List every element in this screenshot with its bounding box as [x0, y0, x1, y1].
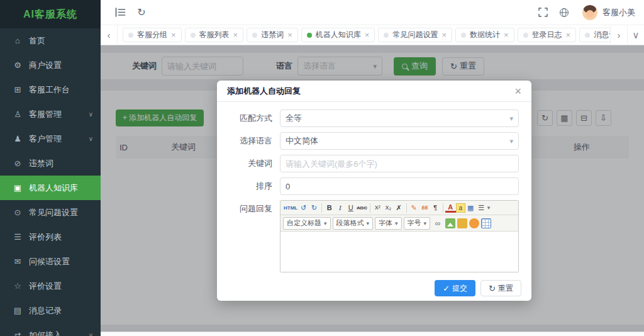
sidebar-item-label: 违禁词	[29, 158, 53, 169]
modal-reset-button[interactable]: ↻ 重置	[480, 280, 521, 296]
tab-close-icon[interactable]: ×	[441, 31, 447, 39]
sidebar-item-faq-settings[interactable]: ⊙ 常见问题设置	[0, 200, 101, 225]
sidebar-item-review-settings[interactable]: ☆ 评价设置	[0, 274, 101, 298]
submit-button[interactable]: ✓ 提交	[435, 280, 475, 296]
fullscreen-button[interactable]	[532, 0, 553, 25]
tab-item[interactable]: 客服列表 ×	[185, 28, 244, 42]
sidebar-item-service-manage[interactable]: ♙ 客服管理 ∨	[0, 102, 101, 126]
superscript-icon[interactable]: X²	[372, 202, 383, 213]
sidebar-item-how-to-connect[interactable]: ⇄ 如何接入 ∨	[0, 323, 101, 336]
tab-item[interactable]: 常见问题设置 ×	[378, 28, 452, 42]
insert-media-icon[interactable]	[457, 218, 467, 228]
undo-icon[interactable]: ↺	[298, 202, 309, 213]
tab-close-icon[interactable]: ×	[171, 31, 176, 39]
tab-close-icon[interactable]: ×	[287, 31, 292, 39]
tabs-menu-button[interactable]: ∨	[627, 25, 644, 45]
tabs-scroll-right-button[interactable]: ›	[610, 25, 627, 45]
underline-icon[interactable]: U	[345, 202, 356, 213]
match-mode-select[interactable]: 全等 ▾	[280, 109, 519, 127]
font-color-icon[interactable]: A	[445, 203, 456, 213]
tab-item[interactable]: 登录日志 ×	[518, 28, 577, 42]
format-brush-icon[interactable]: ✎	[409, 202, 419, 213]
sidebar-item-home[interactable]: ⌂ 首页	[0, 28, 101, 53]
insert-image-icon[interactable]	[445, 218, 455, 228]
modal-body: 匹配方式 全等 ▾ 选择语言 中文简体	[217, 102, 531, 276]
blockquote-icon[interactable]: 66	[419, 202, 430, 213]
sidebar-item-label: 消息记录	[29, 305, 62, 316]
tab-item[interactable]: 数据统计 ×	[455, 28, 514, 42]
list-style-icon[interactable]: ☰	[476, 202, 487, 213]
paragraph-icon[interactable]: ¶	[430, 202, 441, 213]
sort-field-input[interactable]	[280, 177, 519, 195]
tab-label: 登录日志	[532, 30, 562, 40]
sidebar-item-label: 客服工作台	[29, 84, 70, 96]
horizontal-scrollbar[interactable]	[101, 332, 644, 336]
paragraph-format-select[interactable]: 段落格式 ▾	[333, 217, 374, 230]
paragraph-format-label: 段落格式	[336, 218, 364, 228]
modal-title: 添加机器人自动回复	[227, 86, 301, 97]
strikethrough-icon[interactable]: ABC	[356, 202, 367, 213]
sidebar-item-review-list[interactable]: ☰ 评价列表	[0, 225, 101, 249]
home-icon: ⌂	[13, 36, 23, 45]
italic-icon[interactable]: I	[335, 202, 345, 213]
tab-item[interactable]: 违禁词 ×	[247, 28, 298, 42]
sidebar-item-label: 商户设置	[29, 60, 62, 71]
keyword-row: 关键词	[230, 155, 519, 172]
font-size-label: 字号	[408, 218, 421, 228]
remove-format-icon[interactable]: ✗	[394, 202, 404, 213]
toolbar-divider	[443, 203, 443, 213]
tab-item-active[interactable]: 机器人知识库 ×	[301, 28, 375, 42]
font-size-select[interactable]: 字号 ▾	[404, 217, 431, 230]
language-select-value: 中文简体	[286, 135, 318, 147]
person-icon: ♙	[13, 109, 23, 119]
sidebar-item-greeting-settings[interactable]: ✉ 问候语设置	[0, 249, 101, 274]
tab-close-icon[interactable]: ×	[365, 31, 370, 39]
editor-content-area[interactable]	[280, 232, 518, 272]
sidebar-item-label: 客服管理	[29, 109, 62, 120]
subscript-icon[interactable]: X₂	[383, 202, 394, 213]
sidebar-item-customer-manage[interactable]: ♟ 客户管理 ∨	[0, 126, 101, 151]
sidebar-item-banned-words[interactable]: ⊘ 违禁词	[0, 151, 101, 176]
font-family-select[interactable]: 字体 ▾	[375, 217, 402, 230]
add-robot-reply-modal: 添加机器人自动回复 × 匹配方式 全等 ▾ 选择语	[217, 81, 531, 301]
sidebar-item-service-workbench[interactable]: ⊞ 客服工作台	[0, 77, 101, 102]
sidebar-item-label: 首页	[29, 35, 45, 47]
editor-toolbar-row2: 自定义标题 ▾ 段落格式 ▾ 字体 ▾	[280, 215, 518, 232]
insert-table-icon[interactable]	[481, 218, 491, 228]
tab-close-icon[interactable]: ×	[504, 31, 509, 39]
source-code-icon[interactable]: HTML	[283, 202, 298, 213]
sidebar-item-message-log[interactable]: ▤ 消息记录	[0, 298, 101, 323]
emoji-icon[interactable]	[469, 218, 479, 228]
globe-icon	[559, 8, 569, 18]
user-menu[interactable]: 客服小美	[582, 5, 635, 20]
tab-dot-icon	[461, 33, 466, 38]
redo-icon[interactable]: ↻	[309, 202, 319, 213]
main-area: ↻ 客服小美 ‹ 客服分组 ×	[101, 0, 644, 336]
insert-grid-icon[interactable]: ▦	[465, 202, 476, 213]
sidebar-item-robot-knowledge-base[interactable]: ▣ 机器人知识库	[0, 176, 101, 200]
chevron-right-icon: ›	[618, 30, 621, 40]
custom-title-select[interactable]: 自定义标题 ▾	[283, 217, 331, 230]
collapse-sidebar-button[interactable]	[109, 0, 131, 25]
modal-header: 添加机器人自动回复 ×	[217, 81, 531, 102]
refresh-page-button[interactable]: ↻	[131, 0, 152, 25]
fullscreen-icon	[538, 8, 548, 17]
tab-close-icon[interactable]: ×	[233, 31, 238, 39]
chevron-down-icon: ▾	[324, 220, 327, 227]
bold-icon[interactable]: B	[324, 202, 335, 213]
keyword-field-input[interactable]	[280, 155, 519, 172]
sidebar-item-merchant-settings[interactable]: ⚙ 商户设置	[0, 53, 101, 77]
tab-label: 常见问题设置	[392, 30, 438, 40]
link-icon[interactable]: ∞	[432, 218, 443, 228]
language-switch-button[interactable]	[553, 0, 575, 25]
highlight-color-icon[interactable]: a	[456, 203, 465, 213]
tab-item[interactable]: 消息记录 ×	[579, 28, 610, 42]
language-select[interactable]: 中文简体 ▾	[280, 132, 519, 150]
tab-item[interactable]: 客服分组 ×	[123, 28, 182, 42]
chevron-down-icon: ∨	[89, 111, 93, 118]
chevron-down-icon: ∨	[633, 30, 640, 41]
tab-close-icon[interactable]: ×	[566, 31, 571, 39]
sidebar-item-label: 客户管理	[29, 133, 62, 145]
tabs-scroll-left-button[interactable]: ‹	[101, 25, 118, 45]
close-icon[interactable]: ×	[514, 86, 521, 97]
